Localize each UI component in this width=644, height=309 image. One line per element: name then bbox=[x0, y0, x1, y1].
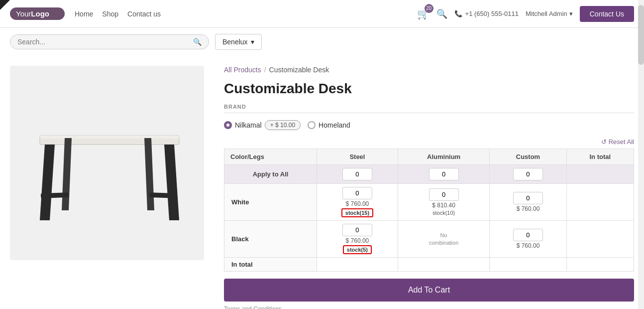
add-to-cart-button[interactable]: Add To Cart bbox=[224, 279, 634, 302]
search-box-icon: 🔍 bbox=[193, 38, 202, 46]
cell-black-steel[interactable]: $ 760.00 stock(5) bbox=[317, 221, 398, 258]
contact-button[interactable]: Contact Us bbox=[580, 6, 634, 22]
cell-black-total bbox=[566, 221, 634, 258]
admin-name: Mitchell Admin bbox=[526, 10, 567, 17]
search-input[interactable] bbox=[17, 38, 189, 46]
main-content: All Products / Customizable Desk Customi… bbox=[0, 56, 644, 309]
apply-all-label: Apply to All bbox=[224, 165, 317, 184]
col-header-color: Color/Legs bbox=[224, 149, 317, 165]
apply-all-total bbox=[566, 165, 634, 184]
product-title: Customizable Desk bbox=[224, 81, 634, 97]
logo[interactable]: YourLogo bbox=[10, 7, 65, 20]
brand-option-homeland[interactable]: Homeland bbox=[308, 121, 350, 129]
scrollbar[interactable] bbox=[638, 0, 644, 309]
nav-links: Home Shop Contact us bbox=[75, 10, 161, 18]
breadcrumb-current: Customizable Desk bbox=[269, 66, 329, 74]
col-header-steel: Steel bbox=[317, 149, 398, 165]
row-label-white: White bbox=[224, 184, 317, 221]
cell-white-steel[interactable]: $ 760.00 stock(15) bbox=[317, 184, 398, 221]
svg-marker-3 bbox=[164, 145, 179, 220]
radio-homeland-icon bbox=[308, 121, 316, 129]
qty-white-steel[interactable] bbox=[342, 187, 372, 199]
region-selector[interactable]: Benelux ▾ bbox=[215, 34, 262, 50]
col-header-aluminium: Aluminium bbox=[398, 149, 490, 165]
cell-total-aluminium bbox=[398, 258, 490, 272]
svg-rect-1 bbox=[40, 136, 179, 139]
apply-all-steel-input[interactable] bbox=[342, 168, 372, 180]
region-chevron-icon: ▾ bbox=[251, 38, 254, 46]
price-black-custom: $ 760.00 bbox=[517, 242, 540, 249]
admin-menu[interactable]: Mitchell Admin ▾ bbox=[526, 10, 573, 17]
nav-shop[interactable]: Shop bbox=[102, 10, 118, 18]
breadcrumb-separator: / bbox=[264, 66, 266, 74]
brand-label: BRAND bbox=[224, 104, 634, 110]
brand-nilkamal-price: + $ 10.00 bbox=[265, 120, 301, 130]
apply-all-row: Apply to All bbox=[224, 165, 634, 184]
cell-white-aluminium[interactable]: $ 810.40 stock(10) bbox=[398, 184, 490, 221]
svg-rect-7 bbox=[149, 192, 177, 198]
search-icon[interactable]: 🔍 bbox=[436, 8, 447, 19]
cell-block-black-steel: $ 760.00 stock(5) bbox=[321, 224, 394, 254]
brand-option-nilkamal[interactable]: Nilkamal + $ 10.00 bbox=[224, 120, 301, 130]
nav-icons: 🛒 20 🔍 📞 +1 (650) 555-0111 Mitchell Admi… bbox=[417, 6, 634, 22]
no-combo-label: Nocombination bbox=[429, 232, 458, 246]
brand-homeland-label: Homeland bbox=[319, 121, 350, 129]
qty-white-aluminium[interactable] bbox=[429, 188, 459, 201]
table-row-white: White $ 760.00 stock(15) $ 810.40 bbox=[224, 184, 634, 221]
svg-marker-4 bbox=[62, 138, 72, 210]
terms-link[interactable]: Terms and Conditions bbox=[224, 306, 634, 309]
cart-badge: 20 bbox=[425, 4, 433, 13]
apply-all-custom[interactable] bbox=[490, 165, 566, 184]
nav-home[interactable]: Home bbox=[75, 10, 93, 18]
breadcrumb-parent[interactable]: All Products bbox=[224, 66, 261, 74]
reset-row: ↺ Reset All bbox=[224, 138, 634, 146]
cell-black-aluminium: Nocombination bbox=[398, 221, 490, 258]
phone-number: +1 (650) 555-0111 bbox=[465, 10, 519, 17]
stock-white-aluminium: stock(10) bbox=[432, 210, 455, 216]
reset-label: Reset All bbox=[609, 138, 634, 146]
search-box[interactable]: 🔍 bbox=[10, 34, 209, 49]
apply-all-aluminium-input[interactable] bbox=[429, 168, 459, 180]
scrollbar-thumb[interactable] bbox=[638, 5, 644, 65]
price-white-aluminium: $ 810.40 bbox=[432, 202, 455, 209]
apply-all-steel[interactable] bbox=[317, 165, 398, 184]
variants-table: Color/Legs Steel Aluminium Custom In tot… bbox=[224, 149, 634, 272]
admin-chevron-icon: ▾ bbox=[569, 10, 573, 17]
reset-all-button[interactable]: ↺ Reset All bbox=[601, 138, 634, 146]
qty-black-steel[interactable] bbox=[342, 224, 372, 236]
breadcrumb: All Products / Customizable Desk bbox=[224, 66, 634, 74]
cell-block-black-custom: $ 760.00 bbox=[494, 229, 562, 249]
search-row: 🔍 Benelux ▾ bbox=[0, 28, 644, 56]
brand-options: Nilkamal + $ 10.00 Homeland bbox=[224, 120, 634, 130]
cell-block-black-aluminium: Nocombination bbox=[402, 232, 486, 246]
product-image-wrap bbox=[10, 66, 204, 260]
table-header-row: Color/Legs Steel Aluminium Custom In tot… bbox=[224, 149, 634, 165]
stock-black-steel: stock(5) bbox=[343, 245, 372, 254]
cart-icon-wrap[interactable]: 🛒 20 bbox=[417, 8, 429, 20]
col-header-total: In total bbox=[566, 149, 634, 165]
phone-wrap: 📞 +1 (650) 555-0111 bbox=[454, 10, 519, 17]
cell-total-custom bbox=[490, 258, 566, 272]
apply-all-aluminium[interactable] bbox=[398, 165, 490, 184]
cell-block-white-steel: $ 760.00 stock(15) bbox=[321, 187, 394, 217]
cell-white-total bbox=[566, 184, 634, 221]
price-white-custom: $ 760.00 bbox=[517, 205, 540, 212]
price-black-steel: $ 760.00 bbox=[346, 237, 369, 244]
table-row-black: Black $ 760.00 stock(5) Nocombination bbox=[224, 221, 634, 258]
region-label: Benelux bbox=[222, 38, 248, 46]
brand-nilkamal-label: Nilkamal bbox=[235, 121, 262, 129]
qty-black-custom[interactable] bbox=[513, 229, 543, 241]
reset-icon: ↺ bbox=[601, 138, 607, 146]
product-detail: All Products / Customizable Desk Customi… bbox=[224, 66, 634, 309]
nav-contact-us[interactable]: Contact us bbox=[127, 10, 161, 18]
cell-black-custom[interactable]: $ 760.00 bbox=[490, 221, 566, 258]
row-label-total: In total bbox=[224, 258, 317, 272]
phone-icon: 📞 bbox=[454, 10, 462, 17]
apply-all-custom-input[interactable] bbox=[513, 168, 543, 180]
svg-marker-2 bbox=[40, 145, 55, 220]
price-white-steel: $ 760.00 bbox=[346, 200, 369, 207]
row-label-black: Black bbox=[224, 221, 317, 258]
navbar: YourLogo Home Shop Contact us 🛒 20 🔍 📞 +… bbox=[0, 0, 644, 28]
qty-white-custom[interactable] bbox=[513, 192, 543, 204]
cell-white-custom[interactable]: $ 760.00 bbox=[490, 184, 566, 221]
